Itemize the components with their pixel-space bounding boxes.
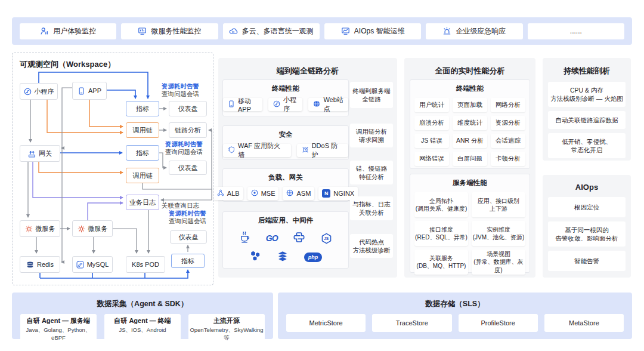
node-dashboard-1: 仪表盘 [169, 101, 207, 116]
pill-mobile-app: 移动APP [223, 98, 262, 111]
metric-cell: 接口维度 (RED、SQL、异常) [414, 221, 468, 246]
subpanel-backend-middleware: 后端应用、中间件 GO [222, 211, 349, 269]
realtime-performance-panel: 全面的实时性能分析 终端性能 用户统计 页面加载 网络分析 崩溃分析 维度统计 … [404, 58, 535, 278]
emergency-siren-icon [442, 27, 451, 35]
subpanel-server-performance: 服务端性能 全局拓扑 (调用关系、健康度) 应用、接口级别 上下游 接口维度 (… [410, 174, 530, 273]
note-box: 代码热点 方法栈级诊断 [350, 234, 393, 258]
microservice-monitor-icon [138, 27, 147, 35]
pill-asm: ASM [283, 187, 314, 200]
metric-cell: 用户统计 [414, 98, 449, 112]
note-box: 与指标、日志 关联分析 [350, 196, 393, 220]
layers-icon [277, 251, 289, 264]
topbar-button-label: ...... [570, 27, 582, 35]
go-icon: GO [266, 233, 278, 243]
redis-icon [26, 261, 34, 269]
nodejs-icon: JS [321, 233, 332, 244]
mobile-app-icon [228, 100, 235, 109]
top-capability-bar: 用户体验监控 微服务性能监控 多云、多语言统一观测 [12, 17, 632, 45]
workspace-title: 可观测空间（Workspace） [20, 59, 115, 70]
node-microservice-1: 微服务 [20, 220, 60, 237]
topbar-button-multicloud[interactable]: 多云、多语言统一观测 [223, 23, 320, 39]
node-redis: Redis [20, 256, 60, 273]
pill-alb: ALB [213, 187, 243, 200]
waf-shield-icon [228, 146, 235, 155]
ddos-scope-icon [302, 146, 309, 155]
profiling-panel-title: 持续性能剖析 [543, 58, 631, 76]
store-box-trace: TraceStore [372, 314, 451, 332]
note-box: 错、慢链路 特征分析 [350, 161, 393, 184]
gateway-icon [28, 150, 36, 158]
annotation-alert-2: 资源耗时告警 查询问题会话 [165, 140, 203, 156]
metric-cell: 网络分析 [491, 98, 525, 112]
node-metric-3: 指标 [171, 254, 205, 268]
agent-box-server: 自研 Agent — 服务端 Java、Golang、Python、eBPF [20, 314, 97, 345]
python-icon [293, 232, 305, 245]
node-mini-program: 小程序 [20, 83, 58, 100]
e2e-analysis-panel: 端到端全链路分析 终端性能 移动APP [218, 58, 397, 278]
aiops-panel: AIOps 根因定位 基于同一根因的 告警收敛、影响面分析 智能告警 [543, 175, 631, 278]
user-experience-icon [40, 27, 49, 35]
aiops-monitor-icon [341, 27, 350, 35]
profiling-panel: 持续性能剖析 CPU & 内存 方法栈级别诊断 — 火焰图 自动关联链路追踪数据… [543, 58, 631, 161]
feature-box: 根因定位 [548, 197, 626, 217]
metric-cell: 白屏问题 [453, 152, 487, 166]
multicloud-icon [229, 27, 238, 35]
e2e-notes-column: 终端到服务端 全链路 调用链分析 请求回溯 错、慢链路 特征分析 与指标、日志 … [350, 58, 393, 278]
node-dashboard-3: 仪表盘 [170, 230, 207, 244]
feature-box: 智能告警 [548, 251, 626, 271]
subpanel-security: 安全 WAF 应用防火墙 [222, 125, 349, 160]
hexagon-cluster-icon [249, 251, 261, 264]
node-trace-analysis: 链路分析 [169, 122, 207, 138]
e2e-subpanels: 终端性能 移动APP 小程序 [222, 58, 349, 278]
pill-waf: WAF 应用防火墙 [223, 144, 291, 157]
topbar-button-more[interactable]: ...... [528, 23, 624, 39]
pill-mini-program: 小程序 [268, 98, 302, 111]
metric-cell: 卡顿分析 [491, 152, 525, 166]
metric-cell: 场景视图 (异常、数据库、灰度) [472, 250, 525, 275]
topbar-button-user-experience[interactable]: 用户体验监控 [20, 23, 116, 39]
node-app: APP [72, 82, 107, 100]
pill-ddos: DDoS 防护 [297, 144, 348, 157]
metric-cell: JS 错误 [414, 134, 449, 148]
subpanel-terminal-perf: 终端性能 移动APP 小程序 [222, 79, 349, 116]
feature-box: CPU & 内存 方法栈级别诊断 — 火焰图 [548, 82, 626, 107]
mini-program-icon [273, 100, 280, 109]
node-gateway: 网关 [20, 145, 60, 162]
topbar-button-microservice-monitor[interactable]: 微服务性能监控 [121, 23, 218, 39]
nginx-icon: N [322, 189, 330, 198]
subpanel-load-gateway: 负载、网关 ALB [222, 168, 349, 202]
mse-icon [251, 189, 258, 198]
microservice-icon [78, 225, 85, 233]
topbar-button-label: 企业级应急响应 [456, 26, 506, 36]
feature-box: 低开销、零侵扰、 常态化开启 [548, 133, 626, 158]
node-k8s-pod: K8s POD [126, 256, 165, 273]
topbar-button-aiops[interactable]: AIOps 智能运维 [324, 23, 421, 39]
metric-cell: 实例维度 (JVM、池化、资源) [472, 221, 525, 246]
topbar-button-label: AIOps 智能运维 [354, 26, 405, 36]
topbar-button-label: 用户体验监控 [53, 26, 96, 36]
asm-mesh-icon [286, 189, 293, 198]
agent-box-terminal: 自研 Agent — 终端 JS、IOS、Android [104, 314, 181, 345]
php-icon: php [304, 253, 322, 262]
metric-cell: 会话追踪 [491, 134, 525, 148]
globe-icon [313, 100, 320, 109]
feature-box: 自动关联链路追踪数据 [548, 111, 626, 129]
metric-cell: 页面加载 [453, 98, 487, 112]
store-box-meta: MetaStore [544, 314, 624, 332]
node-dashboard-2: 仪表盘 [169, 161, 207, 175]
metric-cell: 关联服务 (DB、MQ、HTTP) [414, 250, 468, 275]
data-collect-section: 数据采集（Agent & SDK） 自研 Agent — 服务端 Java、Go… [12, 292, 273, 339]
workspace-panel: 可观测空间（Workspace） [12, 53, 213, 285]
store-box-profile: ProfileStore [459, 314, 538, 332]
subpanel-terminal-performance: 终端性能 用户统计 页面加载 网络分析 崩溃分析 维度统计 资源分析 JS 错误… [410, 79, 530, 169]
pill-mse: MSE [247, 187, 279, 200]
topbar-button-label: 多云、多语言统一观测 [242, 26, 314, 36]
topbar-button-emergency[interactable]: 企业级应急响应 [426, 23, 522, 39]
metric-cell: ANR 分析 [453, 134, 487, 148]
agent-box-opensource: 主流开源 OpenTelemetry、SkyWalking等 [188, 314, 265, 345]
node-trace-2: 调用链 [126, 168, 159, 183]
data-storage-section: 数据存储（SLS） MetricStore TraceStore Profile… [278, 292, 632, 339]
mini-program-icon [24, 88, 32, 96]
node-metric-1: 指标 [126, 101, 159, 116]
microservice-icon [25, 225, 33, 233]
